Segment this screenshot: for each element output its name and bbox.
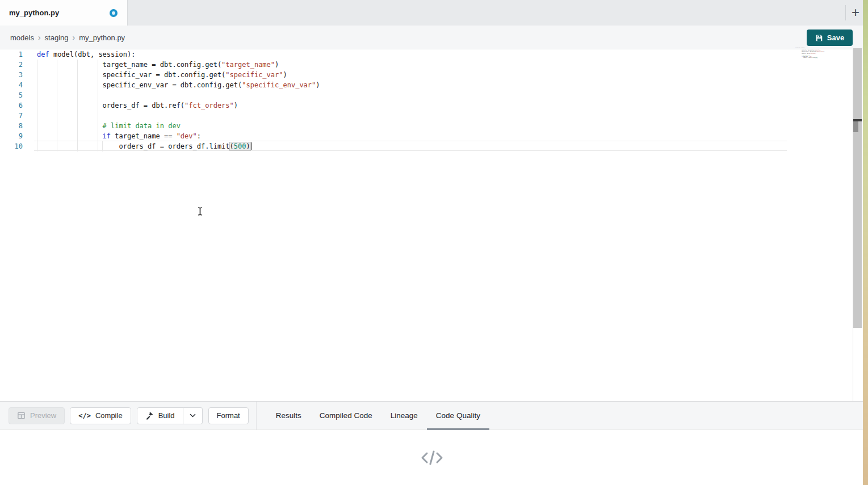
file-tab-bar: my_python.py +: [0, 0, 863, 26]
preview-button[interactable]: Preview: [9, 407, 65, 424]
code-line[interactable]: 6 orders_df = dbt.ref("fct_orders"): [0, 100, 795, 111]
panel-tab-results[interactable]: Results: [267, 402, 311, 430]
breadcrumb-bar: models›staging›my_python.py: [0, 26, 863, 49]
vertical-scrollbar[interactable]: [853, 48, 862, 328]
save-floppy-icon: [815, 34, 823, 42]
bracket-match-highlight: (500): [230, 142, 250, 150]
scrollbar-thumb-body[interactable]: [853, 121, 858, 132]
line-number: 4: [0, 80, 23, 90]
line-number: 8: [0, 121, 23, 131]
panel-tab-bar: ResultsCompiled CodeLineageCode Quality: [267, 402, 489, 430]
code-line[interactable]: 7: [0, 111, 795, 121]
text-caret: [250, 142, 251, 150]
panel-empty-state: [0, 430, 863, 485]
code-line[interactable]: 2 target_name = dbt.config.get("target_n…: [0, 60, 795, 70]
table-icon: [17, 411, 26, 420]
save-button[interactable]: Save: [807, 29, 853, 46]
code-text: specific_var = dbt.config.get("specific_…: [37, 70, 287, 80]
compile-button[interactable]: </> Compile: [70, 407, 131, 424]
code-text: specific_env_var = dbt.config.get("speci…: [795, 51, 824, 52]
line-number: 3: [0, 70, 23, 80]
line-number: 9: [0, 131, 23, 141]
panel-tab-compiled-code[interactable]: Compiled Code: [311, 402, 381, 430]
line-number: 1: [0, 49, 23, 60]
divider: [256, 402, 257, 430]
preview-button-label: Preview: [30, 411, 56, 420]
code-line[interactable]: 8 # limit data in dev: [0, 121, 795, 131]
code-text: if target_name == "dev":: [37, 131, 201, 141]
file-tab-my-python[interactable]: my_python.py: [0, 0, 128, 26]
minimap-content: def model(dbt, session): target_name = d…: [795, 48, 830, 58]
code-text: orders_df = orders_df.limit(500): [37, 141, 251, 151]
panel-tab-code-quality[interactable]: Code Quality: [427, 402, 489, 430]
format-button[interactable]: Format: [208, 407, 249, 424]
code-text: orders_df = orders_df.limit(500): [795, 57, 817, 58]
code-line[interactable]: 4 specific_env_var = dbt.config.get("spe…: [0, 80, 795, 90]
format-button-label: Format: [217, 411, 240, 420]
code-line[interactable]: 3 specific_var = dbt.config.get("specifi…: [0, 70, 795, 80]
ide-window: my_python.py + models›staging›my_python.…: [0, 0, 868, 485]
line-number: 10: [0, 141, 23, 151]
code-text: specific_env_var = dbt.config.get("speci…: [37, 80, 320, 90]
minimap[interactable]: def model(dbt, session): target_name = d…: [795, 48, 830, 82]
hammer-icon: [145, 411, 154, 420]
code-text: # limit data in dev: [37, 121, 181, 131]
line-number: 5: [0, 90, 23, 100]
code-text: target_name = dbt.config.get("target_nam…: [37, 60, 279, 70]
chevron-right-icon: ›: [38, 33, 41, 42]
file-tab-title: my_python.py: [9, 9, 59, 17]
text-cursor-pointer-icon: [196, 206, 204, 218]
code-icon: </>: [78, 412, 91, 420]
panel-tab-lineage[interactable]: Lineage: [381, 402, 427, 430]
desktop-wallpaper-strip: [863, 0, 868, 485]
compile-button-label: Compile: [95, 411, 123, 420]
build-options-button[interactable]: [183, 407, 203, 424]
build-button-label: Build: [158, 411, 175, 420]
build-button[interactable]: Build: [137, 407, 183, 424]
code-line[interactable]: 5: [0, 90, 795, 100]
code-area[interactable]: 1def model(dbt, session):2 target_name =…: [0, 49, 795, 151]
code-text: orders_df = dbt.ref("fct_orders"): [795, 53, 816, 54]
breadcrumb-item[interactable]: models: [10, 33, 34, 42]
code-line: orders_df = orders_df.limit(500): [795, 57, 830, 58]
breadcrumb-item[interactable]: staging: [45, 33, 69, 42]
code-text: orders_df = dbt.ref("fct_orders"): [37, 100, 238, 111]
save-button-label: Save: [827, 33, 844, 42]
code-line[interactable]: 10 orders_df = orders_df.limit(500): [0, 141, 795, 151]
divider: [845, 5, 846, 20]
code-editor[interactable]: 1def model(dbt, session):2 target_name =…: [0, 49, 863, 401]
code-text: def model(dbt, session):: [37, 49, 135, 60]
bottom-panel: Preview </> Compile Build: [0, 401, 863, 485]
chevron-down-icon: [189, 412, 196, 419]
breadcrumb: models›staging›my_python.py: [10, 32, 125, 43]
line-number: 7: [0, 111, 23, 121]
new-tab-button[interactable]: +: [847, 4, 864, 21]
code-placeholder-icon: [420, 449, 445, 467]
code-line[interactable]: 1def model(dbt, session):: [0, 49, 795, 60]
unsaved-changes-icon: [110, 9, 118, 17]
line-number: 6: [0, 100, 23, 111]
line-number: 2: [0, 60, 23, 70]
breadcrumb-item[interactable]: my_python.py: [79, 33, 125, 42]
chevron-right-icon: ›: [73, 33, 76, 42]
invocation-toolbar: Preview </> Compile Build: [0, 402, 863, 430]
code-line[interactable]: 9 if target_name == "dev":: [0, 131, 795, 141]
